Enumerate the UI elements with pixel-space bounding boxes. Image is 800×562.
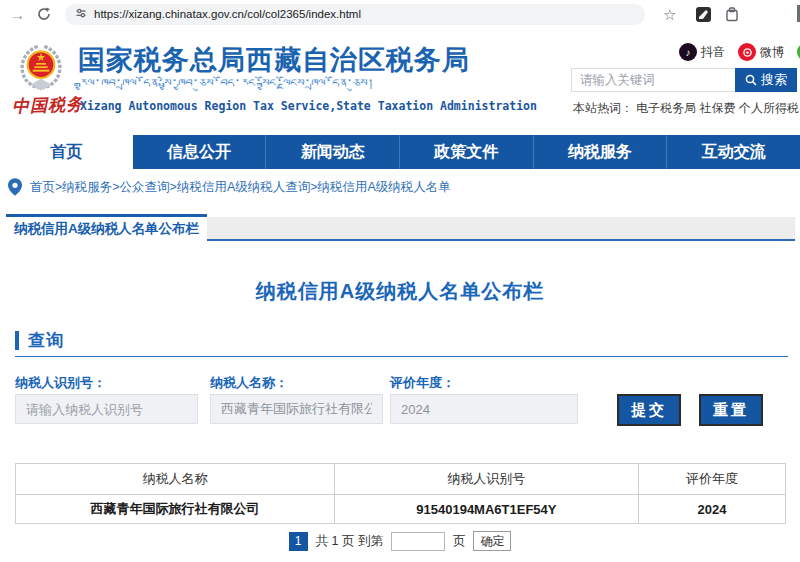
taxpayer-id-label: 纳税人识别号： bbox=[15, 374, 106, 392]
nav-item-tax-service[interactable]: 纳税服务 bbox=[533, 135, 667, 169]
douyin-icon: ♪ bbox=[679, 43, 697, 61]
cell-taxpayer-name: 西藏青年国际旅行社有限公司 bbox=[16, 495, 335, 524]
tab-a-level-list[interactable]: 纳税信用A级纳税人名单公布栏 bbox=[6, 214, 207, 241]
site-title: 国家税务总局西藏自治区税务局 bbox=[78, 42, 470, 78]
location-pin-icon bbox=[8, 178, 22, 196]
header-taxpayer-name: 纳税人名称 bbox=[16, 464, 335, 495]
page-number-button[interactable]: 1 bbox=[289, 532, 308, 551]
cell-taxpayer-id: 91540194MA6T1EF54Y bbox=[334, 495, 638, 524]
tab-bar-filler bbox=[207, 217, 795, 241]
pagination: 1 共 1 页 到第 页 确定 bbox=[0, 531, 800, 551]
search-button[interactable]: 搜索 bbox=[735, 68, 797, 92]
taxpayer-name-label: 纳税人名称： bbox=[210, 374, 288, 392]
weibo-link[interactable]: 微博 bbox=[738, 43, 784, 61]
confirm-button[interactable]: 确定 bbox=[473, 531, 511, 551]
site-settings-icon[interactable] bbox=[75, 5, 87, 23]
reset-button[interactable]: 重置 bbox=[699, 394, 763, 426]
browser-toolbar: → https://xizang.chinatax.gov.cn/col/col… bbox=[0, 0, 800, 29]
address-bar[interactable]: https://xizang.chinatax.gov.cn/col/col23… bbox=[65, 4, 645, 25]
section-underline bbox=[15, 356, 788, 357]
extension-icon[interactable] bbox=[696, 7, 711, 22]
eval-year-label: 评价年度： bbox=[390, 374, 455, 392]
search-button-label: 搜索 bbox=[761, 71, 787, 89]
site-search-input[interactable] bbox=[571, 68, 735, 92]
douyin-link[interactable]: ♪ 抖音 bbox=[679, 43, 725, 61]
site-title-english: Xizang Autonomous Region Tax Service,Sta… bbox=[80, 99, 537, 113]
site-header: 中国税务 国家税务总局西藏自治区税务局 རྒྱལ་ཁབ་ཁྲལ་དོན་སྤྱི… bbox=[0, 28, 800, 135]
goto-page-input[interactable] bbox=[391, 532, 445, 551]
url-text: https://xizang.chinatax.gov.cn/col/col23… bbox=[94, 8, 361, 20]
nav-item-policy[interactable]: 政策文件 bbox=[399, 135, 533, 169]
hotwords-text: 本站热词： 电子税务局 社保费 个人所得税 bbox=[573, 100, 799, 117]
forward-arrow-icon[interactable]: → bbox=[10, 7, 25, 22]
main-nav: 首页 信息公开 新闻动态 政策文件 纳税服务 互动交流 bbox=[0, 135, 800, 169]
taxpayer-name-input[interactable] bbox=[210, 394, 383, 424]
taxpayer-id-input[interactable] bbox=[15, 394, 198, 424]
page-suffix-label: 页 bbox=[453, 533, 466, 550]
search-icon bbox=[745, 74, 757, 86]
site-search: 搜索 bbox=[571, 68, 797, 92]
page: → https://xizang.chinatax.gov.cn/col/col… bbox=[0, 0, 800, 562]
site-title-tibetan: རྒྱལ་ཁབ་ཁྲལ་དོན་སྤྱི་ཁྱབ་ཅུས་བོད་རང་སྐྱོ… bbox=[80, 76, 374, 92]
header-taxpayer-id: 纳税人识别号 bbox=[334, 464, 638, 495]
breadcrumb-text[interactable]: 首页>纳税服务>公众查询>纳税信用A级纳税人查询>纳税信用A级纳税人名单 bbox=[30, 179, 451, 196]
content-tab-bar: 纳税信用A级纳税人名单公布栏 bbox=[0, 214, 800, 241]
tax-emblem-logo bbox=[16, 42, 66, 98]
extensions-puzzle-icon[interactable] bbox=[725, 7, 739, 22]
nav-item-interaction[interactable]: 互动交流 bbox=[666, 135, 800, 169]
page-count-text: 共 1 页 到第 bbox=[316, 533, 383, 550]
results-table: 纳税人名称 纳税人识别号 评价年度 西藏青年国际旅行社有限公司 91540194… bbox=[15, 463, 786, 524]
weibo-label: 微博 bbox=[760, 44, 784, 61]
table-row: 西藏青年国际旅行社有限公司 91540194MA6T1EF54Y 2024 bbox=[16, 495, 786, 524]
breadcrumb: 首页>纳税服务>公众查询>纳税信用A级纳税人查询>纳税信用A级纳税人名单 bbox=[8, 178, 451, 196]
table-header-row: 纳税人名称 纳税人识别号 评价年度 bbox=[16, 464, 786, 495]
nav-item-home[interactable]: 首页 bbox=[0, 135, 133, 169]
query-section-title: 查询 bbox=[28, 329, 64, 352]
header-eval-year: 评价年度 bbox=[638, 464, 785, 495]
submit-button[interactable]: 提交 bbox=[617, 394, 681, 426]
social-links: ♪ 抖音 微博 微信 bbox=[679, 43, 800, 61]
douyin-label: 抖音 bbox=[701, 44, 725, 61]
nav-item-news[interactable]: 新闻动态 bbox=[265, 135, 399, 169]
query-section-header: 查询 bbox=[15, 329, 64, 352]
page-title: 纳税信用A级纳税人名单公布栏 bbox=[0, 278, 800, 305]
nav-item-info-disclosure[interactable]: 信息公开 bbox=[133, 135, 266, 169]
logo-wordmark: 中国税务 bbox=[12, 93, 85, 118]
reload-icon[interactable] bbox=[37, 7, 51, 21]
cell-eval-year: 2024 bbox=[638, 495, 785, 524]
weibo-icon bbox=[738, 43, 756, 61]
eval-year-input[interactable] bbox=[390, 394, 578, 424]
bookmark-star-icon[interactable]: ☆ bbox=[663, 7, 676, 22]
section-accent-bar bbox=[15, 331, 19, 350]
